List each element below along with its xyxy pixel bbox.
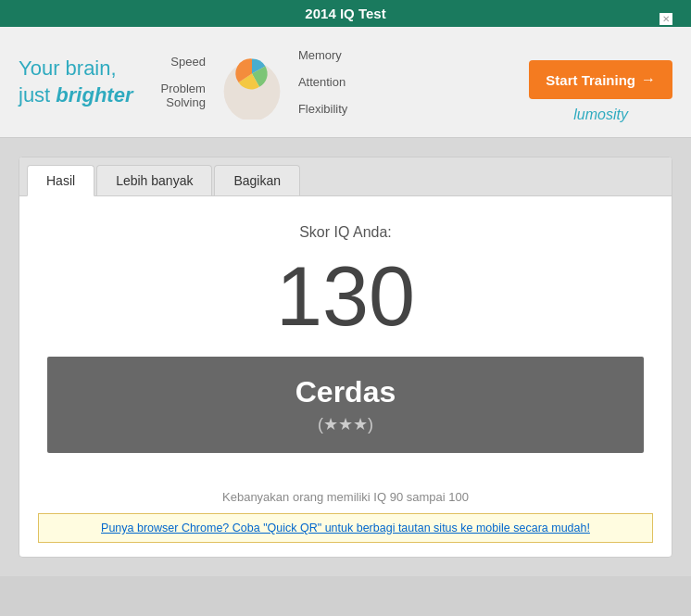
ad-labels-left: Speed ProblemSolving: [160, 55, 205, 109]
score-note: Kebanyakan orang memiliki IQ 90 sampai 1…: [19, 471, 672, 513]
score-label: Skor IQ Anda:: [38, 224, 653, 241]
tab-bar: Hasil Lebih banyak Bagikan: [19, 157, 672, 196]
tab-bagikan[interactable]: Bagikan: [214, 165, 300, 195]
pie-chart: [215, 45, 289, 119]
lumosity-brand: lumosity: [573, 107, 628, 123]
start-training-button[interactable]: Start Training →: [529, 60, 672, 99]
score-number: 130: [38, 255, 653, 338]
tab-hasil[interactable]: Hasil: [27, 165, 94, 196]
tab-lebih-banyak[interactable]: Lebih banyak: [96, 165, 212, 195]
score-band: Cerdas (★★★): [47, 357, 644, 453]
label-memory: Memory: [298, 48, 347, 62]
ad-brand: Your brain, just brighter: [19, 56, 132, 108]
arrow-icon: →: [641, 71, 656, 88]
ad-cta: ✕ Start Training → lumosity: [529, 41, 672, 123]
top-banner: 2014 IQ Test: [0, 0, 691, 27]
label-attention: Attention: [298, 75, 347, 89]
score-band-stars: (★★★): [66, 414, 625, 434]
result-card: Hasil Lebih banyak Bagikan Skor IQ Anda:…: [19, 157, 672, 558]
brand-tagline: Your brain, just brighter: [19, 56, 132, 108]
ad-middle: Speed ProblemSolving Memory Attention Fl…: [160, 45, 510, 119]
label-speed: Speed: [160, 55, 205, 69]
ad-bar: Your brain, just brighter Speed ProblemS…: [0, 27, 691, 138]
banner-title: 2014 IQ Test: [305, 6, 385, 21]
ad-labels-right: Memory Attention Flexibility: [298, 48, 347, 116]
chrome-tip-link[interactable]: Punya browser Chrome? Coba "Quick QR" un…: [101, 522, 590, 534]
label-problem-solving: ProblemSolving: [160, 82, 205, 109]
label-flexibility: Flexibility: [298, 102, 347, 116]
score-area: Skor IQ Anda: 130 Cerdas (★★★): [19, 196, 672, 471]
main-content: Hasil Lebih banyak Bagikan Skor IQ Anda:…: [0, 138, 691, 576]
ad-corner-label: ✕: [660, 13, 672, 25]
chrome-tip: Punya browser Chrome? Coba "Quick QR" un…: [38, 513, 653, 543]
score-band-title: Cerdas: [66, 375, 625, 409]
